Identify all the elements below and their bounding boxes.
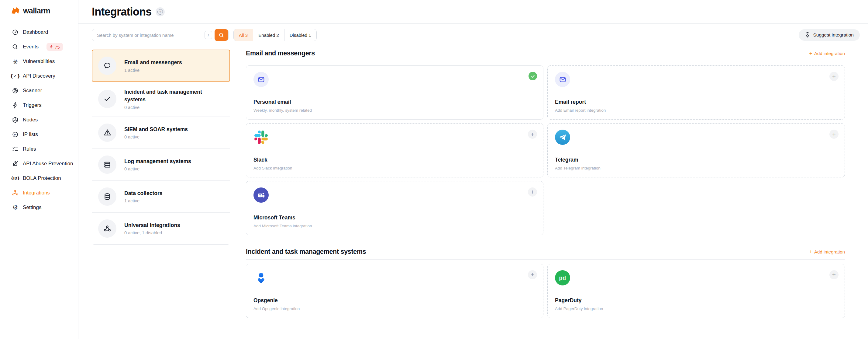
category-title: SIEM and SOAR systems <box>124 126 188 133</box>
log-stack-icon <box>98 156 116 174</box>
card-description: Add Opsgenie integration <box>253 306 300 311</box>
section-title: Incident and task management systems <box>246 248 366 256</box>
main-area: Integrations ? / All 3 Enabled 2 Disable… <box>79 0 868 339</box>
search-shortcut-key: / <box>205 31 212 39</box>
section-incident-and-task-management: Incident and task management systems + A… <box>246 248 845 318</box>
warning-triangle-icon <box>98 123 116 142</box>
sidebar-item-label: Rules <box>23 146 36 152</box>
integration-sections: Email and messengers + Add integration <box>246 50 845 318</box>
sidebar-item-nodes[interactable]: Nodes <box>0 113 78 127</box>
add-integration-link[interactable]: + Add integration <box>809 249 845 255</box>
scanner-icon <box>11 87 19 94</box>
sidebar-item-label: Vulnerabilities <box>23 58 55 64</box>
search-input[interactable] <box>92 29 205 41</box>
page-title: Integrations <box>92 5 151 18</box>
bola-protection-icon: {ID} <box>11 175 19 182</box>
integration-card-slack[interactable]: + Slack Add Slack integration <box>246 123 544 177</box>
chat-bubble-icon <box>98 57 116 75</box>
integration-card-personal-email[interactable]: Personal email Weekly, monthly, system r… <box>246 65 544 120</box>
card-title: Email report <box>555 99 586 105</box>
integration-card-pagerduty[interactable]: pd + PagerDuty Add PagerDuty integration <box>547 264 845 318</box>
category-email-and-messengers[interactable]: Email and messengers 1 active <box>92 50 230 82</box>
add-card-plus-button[interactable]: + <box>829 270 839 279</box>
sidebar-item-api-abuse-prevention[interactable]: API Abuse Prevention <box>0 157 78 171</box>
card-title: Telegram <box>555 157 578 163</box>
sidebar-item-bola-protection[interactable]: {ID} BOLA Protection <box>0 171 78 186</box>
telegram-logo <box>555 130 570 145</box>
wallarm-logo-text: wallarm <box>23 6 50 15</box>
add-card-plus-button[interactable]: + <box>528 188 537 197</box>
integration-card-email-report[interactable]: + Email report Add Email report integrat… <box>547 65 845 120</box>
sidebar-item-vulnerabilities[interactable]: ☣ Vulnerabilities <box>0 54 78 69</box>
sidebar-item-integrations[interactable]: Integrations <box>0 186 78 200</box>
filter-tabs: All 3 Enabled 2 Disabled 1 <box>234 29 317 41</box>
integration-card-opsgenie[interactable]: + Opsgenie Add Opsgenie integration <box>246 264 544 318</box>
category-subtitle: 0 active, 1 disabled <box>124 230 180 235</box>
sidebar-item-label: IP lists <box>23 132 38 138</box>
suggest-integration-button[interactable]: Suggest integration <box>799 29 860 41</box>
filter-tab-disabled[interactable]: Disabled 1 <box>284 29 316 41</box>
category-list: Email and messengers 1 active Incident a… <box>92 50 230 245</box>
filter-tab-enabled[interactable]: Enabled 2 <box>253 29 284 41</box>
category-title: Universal integrations <box>124 222 180 229</box>
ip-lists-icon: IP <box>11 131 19 138</box>
svg-text:T: T <box>259 194 261 197</box>
sidebar-item-label: Dashboard <box>23 29 48 35</box>
sidebar-item-events[interactable]: Events 75 <box>0 39 78 54</box>
category-universal-integrations[interactable]: Universal integrations 0 active, 1 disab… <box>92 213 230 244</box>
sidebar-item-settings[interactable]: ⚙ Settings <box>0 200 78 215</box>
add-card-plus-button[interactable]: + <box>528 270 537 279</box>
add-card-plus-button[interactable]: + <box>829 130 839 139</box>
sidebar-item-label: Integrations <box>23 190 50 196</box>
sidebar-item-label: Scanner <box>23 88 42 94</box>
events-icon <box>11 43 19 51</box>
integration-card-microsoft-teams[interactable]: T + Microsoft Teams Add Microsoft Teams … <box>246 181 544 235</box>
sidebar-item-triggers[interactable]: Triggers <box>0 98 78 113</box>
microsoft-teams-logo: T <box>253 188 269 203</box>
integrations-icon <box>11 189 19 197</box>
sidebar-item-scanner[interactable]: Scanner <box>0 83 78 98</box>
filter-tab-all[interactable]: All 3 <box>234 29 253 41</box>
opsgenie-logo <box>253 270 269 285</box>
category-log-management[interactable]: Log management systems 0 active <box>92 149 230 181</box>
sidebar-item-label: API Discovery <box>23 73 55 79</box>
card-description: Add Email report integration <box>555 108 606 113</box>
category-data-collectors[interactable]: Data collectors 1 active <box>92 181 230 213</box>
category-subtitle: 0 active <box>124 166 191 171</box>
sidebar-item-rules[interactable]: Rules <box>0 142 78 157</box>
integration-card-telegram[interactable]: + Telegram Add Telegram integration <box>547 123 845 177</box>
sidebar: wallarm Dashboard Events 75 ☣ Vulnerabil… <box>0 0 79 339</box>
search-button[interactable] <box>215 29 228 41</box>
wallarm-logo[interactable]: wallarm <box>0 5 78 16</box>
slack-logo <box>253 130 269 145</box>
add-card-plus-button[interactable]: + <box>528 130 537 139</box>
add-card-plus-button[interactable]: + <box>829 72 839 81</box>
sidebar-item-label: Nodes <box>23 117 38 123</box>
api-abuse-prevention-icon <box>11 160 19 167</box>
sidebar-item-label: API Abuse Prevention <box>23 161 73 167</box>
webhook-icon <box>98 219 116 238</box>
help-icon[interactable]: ? <box>156 7 165 17</box>
api-discovery-icon: {✓} <box>11 73 19 80</box>
content: Email and messengers 1 active Incident a… <box>79 41 868 318</box>
sidebar-item-ip-lists[interactable]: IP IP lists <box>0 127 78 142</box>
sidebar-item-api-discovery[interactable]: {✓} API Discovery <box>0 69 78 83</box>
sidebar-item-label: BOLA Protection <box>23 175 61 181</box>
card-title: PagerDuty <box>555 297 582 304</box>
sidebar-item-label: Events <box>23 44 39 50</box>
card-description: Weekly, monthly, system related <box>253 108 312 113</box>
email-icon <box>555 72 570 87</box>
card-title: Slack <box>253 157 268 163</box>
vulnerabilities-icon: ☣ <box>11 58 19 65</box>
category-subtitle: 0 active <box>124 105 215 110</box>
toolbar: / All 3 Enabled 2 Disabled 1 Suggest int… <box>79 29 868 41</box>
card-title: Personal email <box>253 99 291 105</box>
dashboard-icon <box>11 29 19 36</box>
sidebar-item-dashboard[interactable]: Dashboard <box>0 25 78 39</box>
triggers-icon <box>11 102 19 109</box>
section-divider <box>246 61 845 61</box>
integrations-page: wallarm Dashboard Events 75 ☣ Vulnerabil… <box>0 0 868 339</box>
category-siem-and-soar[interactable]: SIEM and SOAR systems 0 active <box>92 117 230 149</box>
add-integration-link[interactable]: + Add integration <box>809 51 845 56</box>
category-incident-and-task-management[interactable]: Incident and task management systems 0 a… <box>92 82 230 117</box>
